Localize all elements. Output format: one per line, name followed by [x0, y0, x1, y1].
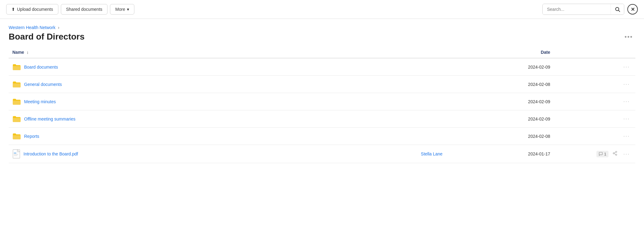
col-name-header: Name ↕	[9, 47, 385, 58]
row-more-options-button[interactable]: ···	[621, 132, 632, 140]
owner-link[interactable]: Stella Lane	[421, 151, 443, 156]
row-actions: ···	[558, 63, 632, 71]
file-table: Name ↕ Date Board documents 2024-02-09 ·…	[9, 47, 635, 163]
svg-rect-6	[14, 156, 17, 156]
breadcrumb-separator: ›	[58, 25, 59, 30]
search-container	[542, 4, 624, 15]
upload-button[interactable]: ⬆ Upload documents	[6, 4, 58, 15]
actions-cell: ···	[554, 58, 635, 76]
file-link[interactable]: Introduction to the Board.pdf	[23, 151, 78, 156]
search-icon	[615, 6, 620, 12]
toolbar: ⬆ Upload documents Shared documents More…	[0, 0, 644, 19]
row-more-options-button[interactable]: ···	[621, 115, 632, 123]
svg-line-11	[614, 152, 616, 153]
svg-rect-3	[14, 153, 16, 153]
date-cell: 2024-02-09	[479, 110, 554, 128]
more-button[interactable]: More ▾	[110, 4, 134, 15]
folder-icon	[12, 116, 21, 122]
shared-label: Shared documents	[66, 7, 103, 12]
table-row: Board documents 2024-02-09 ···	[9, 58, 635, 76]
page-more-options-button[interactable]: •••	[622, 32, 635, 42]
row-more-options-button[interactable]: ···	[621, 63, 632, 71]
row-actions: ···	[558, 132, 632, 140]
folder-icon	[12, 81, 21, 88]
date-cell: 2024-01-17	[479, 145, 554, 163]
row-actions: ···	[558, 80, 632, 88]
table-header: Name ↕ Date	[9, 47, 635, 58]
file-link[interactable]: Board documents	[24, 65, 58, 70]
actions-cell: ···	[554, 76, 635, 93]
actions-cell: 1 ···	[554, 145, 635, 163]
file-icon	[12, 149, 20, 159]
col-date-header: Date	[479, 47, 554, 58]
file-name-cell: Introduction to the Board.pdf	[12, 149, 381, 159]
date-cell: 2024-02-09	[479, 93, 554, 110]
table-row: Introduction to the Board.pdf Stella Lan…	[9, 145, 635, 163]
comment-count: 1	[604, 152, 606, 156]
row-more-options-button[interactable]: ···	[621, 97, 632, 106]
search-input[interactable]	[543, 4, 611, 14]
share-icon	[612, 151, 617, 156]
row-actions: ···	[558, 115, 632, 123]
file-link[interactable]: Meeting minutes	[24, 99, 56, 104]
table-row: Meeting minutes 2024-02-09 ···	[9, 93, 635, 110]
file-link[interactable]: General documents	[24, 82, 62, 87]
file-name-cell: Meeting minutes	[12, 98, 381, 105]
col-actions-header	[554, 47, 635, 58]
file-link[interactable]: Offline meeting summaries	[24, 117, 75, 121]
more-label: More	[115, 7, 125, 12]
file-name-cell: General documents	[12, 81, 381, 88]
toolbar-left: ⬆ Upload documents Shared documents More…	[6, 4, 540, 15]
toolbar-right: ✕	[542, 4, 638, 15]
svg-rect-4	[14, 154, 19, 154]
table-body: Board documents 2024-02-09 ··· General d…	[9, 58, 635, 163]
file-name-cell: Board documents	[12, 64, 381, 70]
folder-icon	[12, 98, 21, 105]
page-title: Board of Directors	[9, 32, 85, 42]
content-area: Western Health Network › Board of Direct…	[0, 19, 644, 169]
search-button[interactable]	[611, 4, 624, 15]
table-row: Offline meeting summaries 2024-02-09 ···	[9, 110, 635, 128]
row-more-options-button[interactable]: ···	[621, 80, 632, 88]
folder-icon	[12, 64, 21, 70]
actions-cell: ···	[554, 93, 635, 110]
date-cell: 2024-02-09	[479, 58, 554, 76]
file-name-cell: Reports	[12, 133, 381, 140]
breadcrumb: Western Health Network ›	[9, 25, 635, 30]
date-cell: 2024-02-08	[479, 76, 554, 93]
shared-documents-button[interactable]: Shared documents	[61, 4, 108, 15]
upload-icon: ⬆	[11, 7, 15, 12]
actions-cell: ···	[554, 110, 635, 128]
file-name-cell: Offline meeting summaries	[12, 116, 381, 122]
chevron-down-icon: ▾	[127, 7, 129, 12]
page-header: Board of Directors •••	[9, 32, 635, 42]
share-button[interactable]	[611, 150, 619, 158]
svg-line-10	[614, 154, 616, 155]
table-row: Reports 2024-02-08 ···	[9, 128, 635, 145]
row-actions: ···	[558, 97, 632, 106]
actions-cell: ···	[554, 128, 635, 145]
row-actions: 1 ···	[558, 150, 632, 158]
svg-rect-5	[14, 155, 18, 155]
table-row: General documents 2024-02-08 ···	[9, 76, 635, 93]
col-owner-header	[385, 47, 478, 58]
upload-label: Upload documents	[17, 7, 53, 12]
breadcrumb-parent-link[interactable]: Western Health Network	[9, 25, 55, 30]
close-icon: ✕	[631, 6, 635, 12]
svg-line-1	[618, 10, 620, 11]
date-cell: 2024-02-08	[479, 128, 554, 145]
row-more-options-button[interactable]: ···	[621, 150, 632, 158]
folder-icon	[12, 133, 21, 140]
file-link[interactable]: Reports	[24, 134, 39, 139]
comment-icon	[599, 152, 603, 156]
clear-search-button[interactable]: ✕	[627, 4, 638, 15]
sort-icon[interactable]: ↕	[27, 50, 29, 55]
comment-badge[interactable]: 1	[596, 151, 608, 157]
